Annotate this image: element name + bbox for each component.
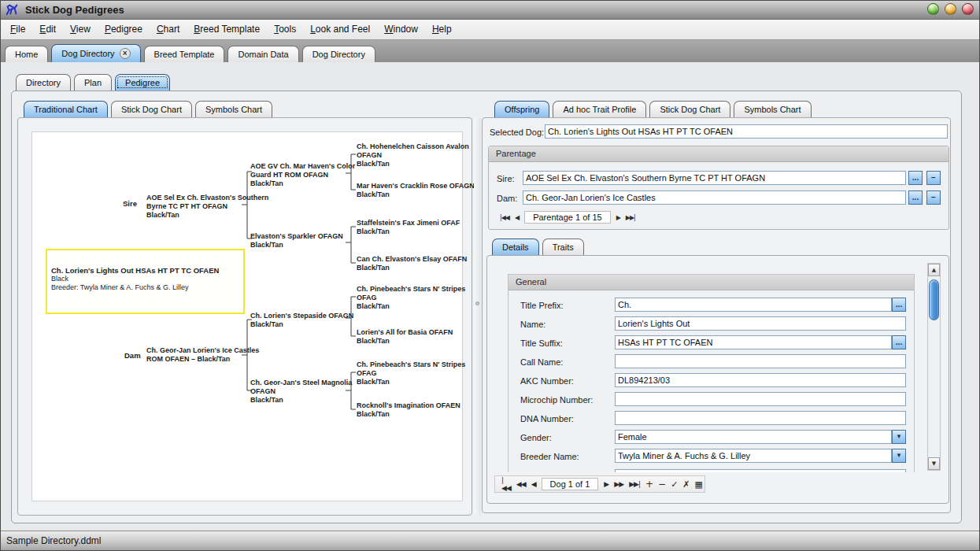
status-file-name: Sample Directory.ddml xyxy=(6,535,101,546)
tab-details[interactable]: Details xyxy=(492,239,539,255)
menu-look-and-feel[interactable]: Look and Feel xyxy=(303,20,377,39)
add-record-icon[interactable]: + xyxy=(645,479,653,490)
tab-plan[interactable]: Plan xyxy=(74,74,112,91)
tab-close-icon[interactable]: × xyxy=(120,48,131,59)
menu-breed-template[interactable]: Breed Template xyxy=(187,20,267,39)
general-group: General Title Prefix: ... Name: Title Su… xyxy=(508,274,915,472)
menu-edit[interactable]: Edit xyxy=(32,20,63,39)
delete-record-icon[interactable]: − xyxy=(658,479,665,490)
chart-node-gen2-0: AOE GV Ch. Mar Haven's Color Guard HT RO… xyxy=(250,162,355,188)
split-pane-divider[interactable] xyxy=(474,118,481,515)
dam-ellipsis-button[interactable]: ... xyxy=(908,190,923,205)
parentage-first-icon[interactable]: |◀◀ xyxy=(500,214,509,221)
menu-chart[interactable]: Chart xyxy=(150,20,187,39)
tab-directory[interactable]: Directory xyxy=(16,74,71,91)
dam-remove-button[interactable]: − xyxy=(926,190,941,205)
selected-dog-label: Selected Dog: xyxy=(490,128,544,137)
dna-number-input[interactable] xyxy=(615,411,906,425)
maximize-button[interactable] xyxy=(945,3,956,15)
menu-pedigree[interactable]: Pedigree xyxy=(98,20,150,39)
tab-dog-directory-2[interactable]: Dog Directory xyxy=(302,46,375,62)
scroll-up-icon[interactable]: ▲ xyxy=(928,264,940,276)
parentage-last-icon[interactable]: ▶▶| xyxy=(626,214,635,221)
tab-stick-dog-chart[interactable]: Stick Dog Chart xyxy=(111,101,192,117)
microchip-number-input[interactable] xyxy=(615,392,906,406)
dog-prev-icon[interactable]: ◀ xyxy=(531,480,536,488)
tab-dog-directory[interactable]: Dog Directory × xyxy=(51,44,140,62)
sire-remove-button[interactable]: − xyxy=(926,171,941,185)
tab-symbols-chart-right[interactable]: Symbols Chart xyxy=(734,101,811,117)
parentage-navigator: |◀◀ ◀ Parentage 1 of 15 ▶ ▶▶| xyxy=(500,211,635,224)
tab-traits[interactable]: Traits xyxy=(542,239,584,255)
sire-ellipsis-button[interactable]: ... xyxy=(908,171,923,185)
gender-dropdown-icon[interactable]: ▼ xyxy=(892,430,906,444)
menu-tools[interactable]: Tools xyxy=(267,20,303,39)
menu-help[interactable]: Help xyxy=(425,20,459,39)
scroll-down-icon[interactable]: ▼ xyxy=(928,457,940,470)
chart-node-focus-dog: Ch. Lorien's Lights Out HSAs HT PT TC OF… xyxy=(51,266,219,292)
dog-fast-back-icon[interactable]: ◀◀ xyxy=(516,480,526,488)
chart-node-gen2-3: Ch. Geor-Jan's Steel Magnolia OFAGN Blac… xyxy=(250,379,352,405)
title-bar: Stick Dog Pedigrees xyxy=(0,0,980,20)
breeder-name-dropdown-icon[interactable]: ▼ xyxy=(892,449,906,463)
minimize-button[interactable] xyxy=(927,3,939,15)
call-name-input[interactable] xyxy=(615,354,906,368)
chart-node-gen3-2: Staffelstein's Fax Jimeni OFAF Black/Tan xyxy=(357,219,460,236)
dog-fast-fwd-icon[interactable]: ▶▶ xyxy=(614,480,623,488)
form-row-dna-number: DNA Number: xyxy=(508,410,914,429)
sire-field-label: Sire: xyxy=(497,174,515,183)
tab-offspring[interactable]: Offspring xyxy=(494,101,549,117)
commit-record-icon[interactable]: ✓ xyxy=(671,479,677,490)
menu-view[interactable]: View xyxy=(63,20,98,39)
splitter-handle-dot xyxy=(475,301,479,305)
menu-window[interactable]: Window xyxy=(377,20,425,39)
breeder-name-select[interactable] xyxy=(615,449,892,463)
dog-first-icon[interactable]: |◀◀ xyxy=(501,476,511,492)
chart-node-dam: Ch. Geor-Jan Lorien's Ice Castles ROM OF… xyxy=(146,346,259,364)
tab-ad-hoc-trait-profile[interactable]: Ad hoc Trait Profile xyxy=(553,101,646,117)
tab-stick-dog-chart-right[interactable]: Stick Dog Chart xyxy=(649,101,730,117)
title-prefix-ellipsis-button[interactable]: ... xyxy=(892,298,906,312)
tab-home[interactable]: Home xyxy=(5,46,48,62)
close-button[interactable] xyxy=(962,3,974,15)
menu-file[interactable]: File xyxy=(3,20,32,39)
grid-view-icon[interactable]: ▦ xyxy=(695,479,702,490)
gender-select[interactable] xyxy=(615,430,892,444)
form-row-title-suffix: Title Suffix: ... xyxy=(508,335,914,353)
form-row-breeder-name: Breeder Name: ▼ xyxy=(508,448,914,467)
chart-node-gen3-7: Rocknoll's Imagination OFAEN Black/Tan xyxy=(357,401,460,419)
tab-pedigree[interactable]: Pedigree xyxy=(115,74,170,91)
scrollbar-thumb[interactable] xyxy=(929,279,939,320)
tab-domain-data[interactable]: Domain Data xyxy=(227,46,298,62)
title-prefix-input[interactable] xyxy=(615,298,892,312)
tab-symbols-chart[interactable]: Symbols Chart xyxy=(195,101,272,117)
selected-dog-input[interactable] xyxy=(545,124,948,139)
chart-node-gen3-4: Ch. Pinebeach's Stars N' Stripes OFAG Bl… xyxy=(357,285,465,311)
title-suffix-ellipsis-button[interactable]: ... xyxy=(892,335,906,349)
menu-bar: File Edit View Pedigree Chart Breed Temp… xyxy=(0,20,980,40)
name-input[interactable] xyxy=(615,316,906,331)
partial-clipped-input[interactable] xyxy=(615,469,906,472)
akc-number-input[interactable] xyxy=(615,373,906,387)
dam-field-label: Dam: xyxy=(497,194,517,203)
selected-dog-highlight-box[interactable]: Ch. Lorien's Lights Out HSAs HT PT TC OF… xyxy=(46,249,245,314)
dog-next-icon[interactable]: ▶ xyxy=(604,480,608,488)
parentage-next-icon[interactable]: ▶ xyxy=(616,214,620,221)
sire-input[interactable] xyxy=(523,171,906,185)
parentage-prev-icon[interactable]: ◀ xyxy=(515,214,519,221)
tab-traditional-chart[interactable]: Traditional Chart xyxy=(24,101,108,117)
details-scroll-viewport: General Title Prefix: ... Name: Title Su… xyxy=(494,261,924,472)
dog-record-toolbar: |◀◀ ◀◀ ◀ Dog 1 of 1 ▶ ▶▶ ▶▶| + − ✓ ✗ ▦ xyxy=(494,475,705,493)
dog-last-icon[interactable]: ▶▶| xyxy=(629,480,640,488)
app-icon xyxy=(5,2,19,17)
form-row-gender: Gender: ▼ xyxy=(508,429,914,448)
pedigree-chart-canvas[interactable]: Sire AOE Sel Ex Ch. Elvaston's Southern … xyxy=(31,131,463,501)
details-vertical-scrollbar[interactable]: ▲ ▼ xyxy=(927,263,941,471)
title-suffix-input[interactable] xyxy=(615,335,892,349)
offspring-tab-strip: Offspring Ad hoc Trait Profile Stick Dog… xyxy=(494,101,815,117)
general-group-title: General xyxy=(508,275,914,290)
chart-node-gen3-5: Lorien's All for Basia OFAFN Black/Tan xyxy=(357,328,453,346)
dam-input[interactable] xyxy=(523,190,906,205)
tab-breed-template[interactable]: Breed Template xyxy=(144,46,225,62)
cancel-record-icon[interactable]: ✗ xyxy=(682,479,689,490)
